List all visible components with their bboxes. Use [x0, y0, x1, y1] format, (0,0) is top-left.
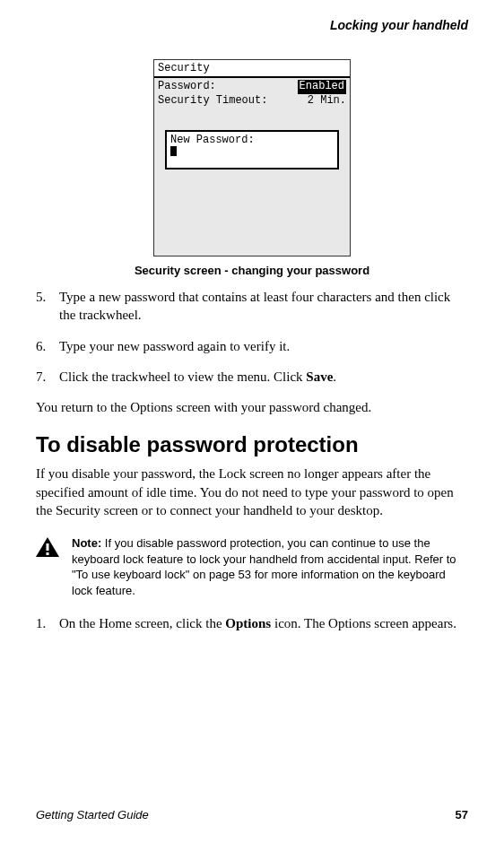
- screen-row-timeout: Security Timeout: 2 Min.: [158, 94, 346, 109]
- screen-row-password: Password: Enabled: [158, 80, 346, 94]
- section-heading-disable: To disable password protection: [36, 432, 468, 457]
- step-7: 7. Click the trackwheel to view the menu…: [36, 368, 468, 386]
- screen-title: Security: [154, 60, 350, 78]
- step-number: 1.: [36, 614, 59, 632]
- step-number: 7.: [36, 368, 59, 386]
- note-callout: Note: If you disable password protection…: [36, 535, 468, 598]
- svg-rect-0: [47, 543, 49, 551]
- note-text: Note: If you disable password protection…: [72, 535, 468, 598]
- warning-icon: [36, 537, 59, 557]
- svg-rect-1: [47, 552, 49, 555]
- step-number: 5.: [36, 288, 59, 325]
- password-label: Password:: [158, 80, 216, 94]
- figure-caption: Security screen - changing your password: [36, 264, 468, 277]
- new-password-label: New Password:: [170, 134, 334, 146]
- step-6: 6. Type your new password again to verif…: [36, 337, 468, 355]
- password-value: Enabled: [298, 80, 346, 94]
- step-text: Click the trackwheel to view the menu. C…: [59, 368, 468, 386]
- disable-step-1: 1. On the Home screen, click the Options…: [36, 614, 468, 632]
- paragraph-return: You return to the Options screen with yo…: [36, 398, 468, 416]
- timeout-label: Security Timeout:: [158, 94, 267, 109]
- step-text: Type your new password again to verify i…: [59, 337, 468, 355]
- page-header: Locking your handheld: [36, 18, 468, 32]
- new-password-dialog: New Password:: [165, 130, 339, 169]
- footer-page-number: 57: [456, 808, 468, 821]
- step-5: 5. Type a new password that contains at …: [36, 288, 468, 325]
- page-footer: Getting Started Guide 57: [36, 808, 468, 821]
- step-text: On the Home screen, click the Options ic…: [59, 614, 468, 632]
- paragraph-disable-intro: If you disable your password, the Lock s…: [36, 465, 468, 519]
- timeout-value: 2 Min.: [308, 94, 346, 109]
- footer-guide-title: Getting Started Guide: [36, 808, 149, 821]
- step-number: 6.: [36, 337, 59, 355]
- security-screen-mock: Security Password: Enabled Security Time…: [153, 59, 351, 256]
- screenshot-figure: Security Password: Enabled Security Time…: [36, 59, 468, 256]
- step-text: Type a new password that contains at lea…: [59, 288, 468, 325]
- cursor-icon: [170, 146, 177, 156]
